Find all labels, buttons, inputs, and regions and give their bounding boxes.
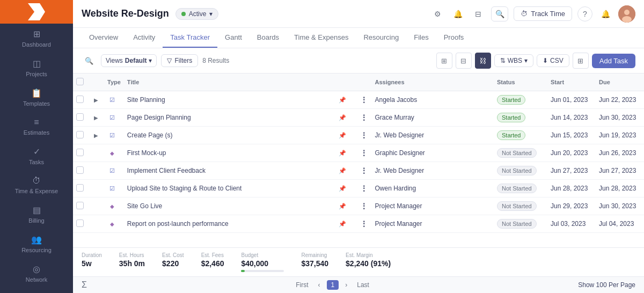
task-assignee: Project Manager: [371, 197, 494, 215]
wbs-icon: ⇅: [500, 57, 506, 64]
first-page-button[interactable]: First: [292, 280, 311, 290]
row-checkbox[interactable]: [76, 113, 84, 121]
sidebar-item-estimates[interactable]: ≡ Estimates: [0, 112, 73, 141]
task-menu-button[interactable]: ⋮: [360, 149, 368, 157]
avatar[interactable]: [618, 5, 635, 23]
task-due-date: Jun 30, 2023: [596, 109, 644, 127]
table-row: ☑ Implement Client Feedback 📌 ⋮ Jr. Web …: [73, 162, 644, 180]
sidebar-item-templates[interactable]: 📋 Templates: [0, 83, 73, 112]
sidebar-item-billing[interactable]: ▤ Billing: [0, 200, 73, 229]
row-checkbox[interactable]: [76, 166, 84, 174]
pin-icon[interactable]: 📌: [339, 132, 346, 138]
pin-icon[interactable]: 📌: [339, 97, 346, 103]
csv-button[interactable]: ⬇ CSV: [537, 54, 569, 67]
task-menu-button[interactable]: ⋮: [360, 166, 368, 175]
expand-row-button[interactable]: ▶: [91, 95, 101, 105]
pin-icon[interactable]: 📌: [339, 150, 346, 156]
notification-icon[interactable]: 🔔: [598, 6, 613, 21]
status-badge[interactable]: Active ▾: [175, 8, 219, 20]
sidebar-item-projects[interactable]: ◫ Projects: [0, 53, 73, 83]
row-checkbox[interactable]: [76, 149, 84, 156]
budget-label: Budget: [241, 252, 284, 258]
track-time-button[interactable]: ⏱ Track Time: [514, 6, 572, 21]
task-menu-button[interactable]: ⋮: [360, 219, 368, 228]
task-menu-button[interactable]: ⋮: [360, 202, 368, 210]
sidebar-item-dashboard[interactable]: ⊞ Dashboard: [0, 24, 73, 53]
sidebar-item-tasks[interactable]: ✓ Tasks: [0, 141, 73, 171]
row-checkbox[interactable]: [76, 184, 84, 192]
select-all-checkbox[interactable]: [76, 78, 84, 85]
search-button[interactable]: 🔍: [82, 53, 97, 68]
filter-button[interactable]: ▽ Filters: [161, 54, 198, 67]
per-page-selector[interactable]: Show 100 Per Page: [578, 281, 635, 289]
columns-button[interactable]: ⊞: [573, 53, 589, 69]
stat-est-cost: Est. Cost $220: [162, 252, 184, 268]
remaining-value: $37,540: [301, 259, 328, 268]
sigma-icon: Σ: [82, 280, 87, 290]
bell-icon[interactable]: 🔔: [450, 6, 465, 21]
layout-icon[interactable]: ⊟: [471, 6, 486, 21]
svg-point-4: [622, 16, 632, 23]
help-icon[interactable]: ?: [577, 6, 592, 21]
task-menu-button[interactable]: ⋮: [360, 184, 368, 193]
status-pill: Not Started: [497, 148, 537, 158]
pin-icon[interactable]: 📌: [339, 114, 346, 121]
sidebar-logo[interactable]: [0, 0, 73, 24]
clock-icon: ⏱: [521, 10, 528, 18]
tab-proofs[interactable]: Proofs: [436, 28, 472, 48]
tab-time-expenses[interactable]: Time & Expenses: [287, 28, 356, 48]
main-content: Website Re-Design Active ▾ ⚙ 🔔 ⊟ 🔍 ⏱ Tra…: [73, 0, 644, 293]
task-menu-button[interactable]: ⋮: [360, 96, 368, 104]
row-checkbox[interactable]: [76, 131, 84, 138]
project-stats-footer: Duration 5w Est. Hours 35h 0m Est. Cost …: [73, 247, 644, 276]
list-view-button[interactable]: ⛓: [475, 53, 491, 69]
tab-task-tracker[interactable]: Task Tracker: [163, 28, 217, 48]
estimates-icon: ≡: [34, 118, 39, 127]
views-selector[interactable]: Views Default ▾: [101, 54, 157, 67]
sidebar-item-analytics[interactable]: 📈 Analytics: [0, 288, 73, 293]
stat-duration: Duration 5w: [82, 252, 102, 268]
task-start-date: Jun 14, 2023: [547, 109, 596, 127]
task-menu-button[interactable]: ⋮: [360, 113, 368, 122]
sidebar-item-time-expense[interactable]: ⏱ Time & Expense: [0, 171, 73, 200]
col-due: Due: [596, 74, 644, 91]
expand-row-button[interactable]: ▶: [91, 130, 101, 140]
task-title: Implement Client Feedback: [124, 162, 336, 180]
last-page-button[interactable]: Last: [354, 280, 372, 290]
expand-row-button[interactable]: ▶: [91, 113, 101, 122]
task-start-date: Jun 27, 2023: [547, 162, 596, 180]
current-page[interactable]: 1: [327, 280, 339, 290]
pin-icon[interactable]: 📌: [339, 221, 346, 227]
next-page-button[interactable]: ›: [342, 280, 350, 290]
tab-gantt[interactable]: Gantt: [217, 28, 250, 48]
row-checkbox[interactable]: [76, 219, 84, 227]
search-icon[interactable]: 🔍: [491, 6, 508, 21]
check-type-icon: ☑: [107, 113, 117, 122]
task-assignee: Angela Jacobs: [371, 91, 494, 109]
pin-icon[interactable]: 📌: [339, 185, 346, 192]
settings-gear-icon[interactable]: ⚙: [430, 6, 445, 21]
tab-activity[interactable]: Activity: [126, 28, 163, 48]
task-assignee: Grace Murray: [371, 109, 494, 127]
pin-icon[interactable]: 📌: [339, 167, 346, 174]
tab-boards[interactable]: Boards: [250, 28, 287, 48]
task-due-date: Jun 30, 2023: [596, 197, 644, 215]
tab-overview[interactable]: Overview: [82, 28, 126, 48]
row-checkbox[interactable]: [76, 202, 84, 209]
chevron-down-icon: ▾: [524, 57, 528, 64]
sidebar-item-network[interactable]: ◎ Network: [0, 259, 73, 288]
add-task-button[interactable]: Add Task: [592, 54, 635, 68]
task-menu-button[interactable]: ⋮: [360, 131, 368, 140]
task-title: Page Design Planning: [124, 109, 336, 127]
tab-resourcing[interactable]: Resourcing: [356, 28, 406, 48]
toolbar-right-actions: ⊞ ⊟ ⛓ ⇅ WBS ▾ ⬇ CSV ⊞ Add Task: [436, 53, 635, 69]
pin-icon[interactable]: 📌: [339, 203, 346, 209]
sidebar-item-resourcing[interactable]: 👥 Resourcing: [0, 229, 73, 259]
row-checkbox[interactable]: [76, 96, 84, 103]
grid-view-button[interactable]: ⊞: [436, 53, 452, 69]
prev-page-button[interactable]: ‹: [315, 280, 324, 290]
wbs-button[interactable]: ⇅ WBS ▾: [494, 54, 533, 67]
card-view-button[interactable]: ⊟: [456, 53, 472, 69]
tab-files[interactable]: Files: [406, 28, 436, 48]
sidebar-navigation: ⊞ Dashboard ◫ Projects 📋 Templates ≡ Est…: [0, 24, 73, 293]
